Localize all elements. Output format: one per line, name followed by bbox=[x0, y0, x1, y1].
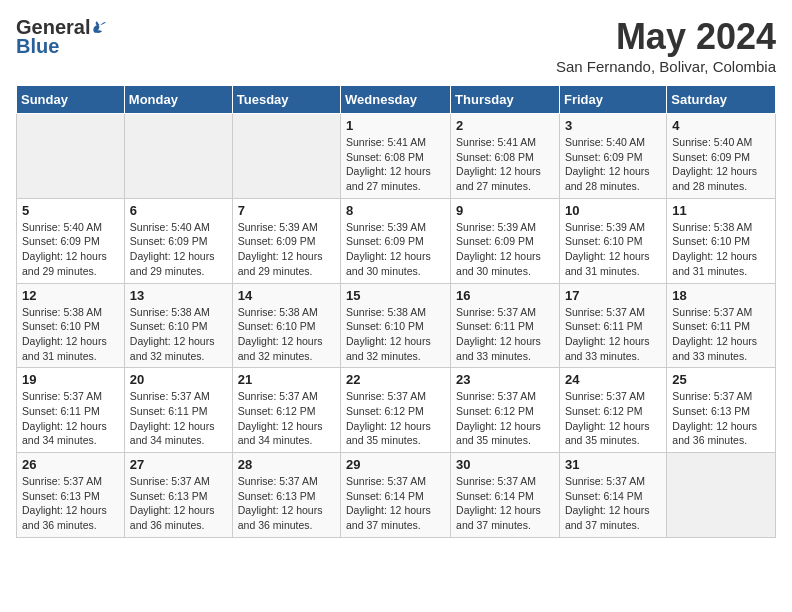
title-area: May 2024 San Fernando, Bolivar, Colombia bbox=[556, 16, 776, 75]
calendar-week-3: 12Sunrise: 5:38 AMSunset: 6:10 PMDayligh… bbox=[17, 283, 776, 368]
day-number: 3 bbox=[565, 118, 661, 133]
day-info: Sunrise: 5:37 AMSunset: 6:14 PMDaylight:… bbox=[456, 474, 554, 533]
calendar-week-2: 5Sunrise: 5:40 AMSunset: 6:09 PMDaylight… bbox=[17, 198, 776, 283]
day-info: Sunrise: 5:37 AMSunset: 6:11 PMDaylight:… bbox=[672, 305, 770, 364]
day-info: Sunrise: 5:37 AMSunset: 6:11 PMDaylight:… bbox=[456, 305, 554, 364]
day-info: Sunrise: 5:37 AMSunset: 6:12 PMDaylight:… bbox=[456, 389, 554, 448]
day-number: 8 bbox=[346, 203, 445, 218]
logo-bird-icon bbox=[92, 20, 108, 36]
day-info: Sunrise: 5:37 AMSunset: 6:12 PMDaylight:… bbox=[346, 389, 445, 448]
calendar-cell bbox=[17, 114, 125, 199]
calendar-cell: 25Sunrise: 5:37 AMSunset: 6:13 PMDayligh… bbox=[667, 368, 776, 453]
day-info: Sunrise: 5:37 AMSunset: 6:12 PMDaylight:… bbox=[238, 389, 335, 448]
calendar-header: SundayMondayTuesdayWednesdayThursdayFrid… bbox=[17, 86, 776, 114]
day-number: 18 bbox=[672, 288, 770, 303]
header-day-wednesday: Wednesday bbox=[341, 86, 451, 114]
calendar-cell: 1Sunrise: 5:41 AMSunset: 6:08 PMDaylight… bbox=[341, 114, 451, 199]
day-info: Sunrise: 5:40 AMSunset: 6:09 PMDaylight:… bbox=[672, 135, 770, 194]
day-info: Sunrise: 5:39 AMSunset: 6:10 PMDaylight:… bbox=[565, 220, 661, 279]
day-number: 25 bbox=[672, 372, 770, 387]
day-number: 24 bbox=[565, 372, 661, 387]
day-info: Sunrise: 5:38 AMSunset: 6:10 PMDaylight:… bbox=[672, 220, 770, 279]
calendar-cell: 17Sunrise: 5:37 AMSunset: 6:11 PMDayligh… bbox=[559, 283, 666, 368]
calendar-cell: 3Sunrise: 5:40 AMSunset: 6:09 PMDaylight… bbox=[559, 114, 666, 199]
header-day-friday: Friday bbox=[559, 86, 666, 114]
day-number: 5 bbox=[22, 203, 119, 218]
day-number: 22 bbox=[346, 372, 445, 387]
day-number: 20 bbox=[130, 372, 227, 387]
day-number: 1 bbox=[346, 118, 445, 133]
calendar-week-4: 19Sunrise: 5:37 AMSunset: 6:11 PMDayligh… bbox=[17, 368, 776, 453]
day-info: Sunrise: 5:38 AMSunset: 6:10 PMDaylight:… bbox=[346, 305, 445, 364]
calendar-cell: 30Sunrise: 5:37 AMSunset: 6:14 PMDayligh… bbox=[451, 453, 560, 538]
day-info: Sunrise: 5:37 AMSunset: 6:13 PMDaylight:… bbox=[238, 474, 335, 533]
day-info: Sunrise: 5:38 AMSunset: 6:10 PMDaylight:… bbox=[22, 305, 119, 364]
day-info: Sunrise: 5:37 AMSunset: 6:13 PMDaylight:… bbox=[672, 389, 770, 448]
calendar-cell: 20Sunrise: 5:37 AMSunset: 6:11 PMDayligh… bbox=[124, 368, 232, 453]
day-info: Sunrise: 5:37 AMSunset: 6:13 PMDaylight:… bbox=[130, 474, 227, 533]
day-number: 16 bbox=[456, 288, 554, 303]
day-info: Sunrise: 5:41 AMSunset: 6:08 PMDaylight:… bbox=[456, 135, 554, 194]
calendar-cell: 2Sunrise: 5:41 AMSunset: 6:08 PMDaylight… bbox=[451, 114, 560, 199]
calendar-cell: 21Sunrise: 5:37 AMSunset: 6:12 PMDayligh… bbox=[232, 368, 340, 453]
day-number: 13 bbox=[130, 288, 227, 303]
day-info: Sunrise: 5:40 AMSunset: 6:09 PMDaylight:… bbox=[22, 220, 119, 279]
day-info: Sunrise: 5:37 AMSunset: 6:14 PMDaylight:… bbox=[565, 474, 661, 533]
day-number: 7 bbox=[238, 203, 335, 218]
location-subtitle: San Fernando, Bolivar, Colombia bbox=[556, 58, 776, 75]
page-header: General Blue May 2024 San Fernando, Boli… bbox=[16, 16, 776, 75]
month-title: May 2024 bbox=[556, 16, 776, 58]
calendar-cell: 16Sunrise: 5:37 AMSunset: 6:11 PMDayligh… bbox=[451, 283, 560, 368]
calendar-week-1: 1Sunrise: 5:41 AMSunset: 6:08 PMDaylight… bbox=[17, 114, 776, 199]
calendar-cell: 12Sunrise: 5:38 AMSunset: 6:10 PMDayligh… bbox=[17, 283, 125, 368]
calendar-cell: 29Sunrise: 5:37 AMSunset: 6:14 PMDayligh… bbox=[341, 453, 451, 538]
header-row: SundayMondayTuesdayWednesdayThursdayFrid… bbox=[17, 86, 776, 114]
day-number: 17 bbox=[565, 288, 661, 303]
day-info: Sunrise: 5:37 AMSunset: 6:11 PMDaylight:… bbox=[130, 389, 227, 448]
day-number: 21 bbox=[238, 372, 335, 387]
calendar-cell: 19Sunrise: 5:37 AMSunset: 6:11 PMDayligh… bbox=[17, 368, 125, 453]
calendar-cell: 8Sunrise: 5:39 AMSunset: 6:09 PMDaylight… bbox=[341, 198, 451, 283]
day-info: Sunrise: 5:37 AMSunset: 6:11 PMDaylight:… bbox=[22, 389, 119, 448]
calendar-table: SundayMondayTuesdayWednesdayThursdayFrid… bbox=[16, 85, 776, 538]
day-info: Sunrise: 5:37 AMSunset: 6:11 PMDaylight:… bbox=[565, 305, 661, 364]
day-number: 27 bbox=[130, 457, 227, 472]
header-day-sunday: Sunday bbox=[17, 86, 125, 114]
calendar-cell: 7Sunrise: 5:39 AMSunset: 6:09 PMDaylight… bbox=[232, 198, 340, 283]
calendar-cell bbox=[124, 114, 232, 199]
header-day-saturday: Saturday bbox=[667, 86, 776, 114]
day-number: 11 bbox=[672, 203, 770, 218]
day-info: Sunrise: 5:39 AMSunset: 6:09 PMDaylight:… bbox=[238, 220, 335, 279]
day-number: 15 bbox=[346, 288, 445, 303]
day-number: 12 bbox=[22, 288, 119, 303]
day-info: Sunrise: 5:37 AMSunset: 6:14 PMDaylight:… bbox=[346, 474, 445, 533]
day-number: 26 bbox=[22, 457, 119, 472]
calendar-body: 1Sunrise: 5:41 AMSunset: 6:08 PMDaylight… bbox=[17, 114, 776, 538]
day-info: Sunrise: 5:39 AMSunset: 6:09 PMDaylight:… bbox=[456, 220, 554, 279]
calendar-cell: 24Sunrise: 5:37 AMSunset: 6:12 PMDayligh… bbox=[559, 368, 666, 453]
logo: General Blue bbox=[16, 16, 108, 58]
calendar-cell: 4Sunrise: 5:40 AMSunset: 6:09 PMDaylight… bbox=[667, 114, 776, 199]
calendar-cell: 23Sunrise: 5:37 AMSunset: 6:12 PMDayligh… bbox=[451, 368, 560, 453]
day-info: Sunrise: 5:40 AMSunset: 6:09 PMDaylight:… bbox=[130, 220, 227, 279]
logo-blue: Blue bbox=[16, 35, 59, 58]
day-number: 6 bbox=[130, 203, 227, 218]
day-info: Sunrise: 5:39 AMSunset: 6:09 PMDaylight:… bbox=[346, 220, 445, 279]
calendar-week-5: 26Sunrise: 5:37 AMSunset: 6:13 PMDayligh… bbox=[17, 453, 776, 538]
calendar-cell: 10Sunrise: 5:39 AMSunset: 6:10 PMDayligh… bbox=[559, 198, 666, 283]
day-info: Sunrise: 5:38 AMSunset: 6:10 PMDaylight:… bbox=[238, 305, 335, 364]
day-number: 30 bbox=[456, 457, 554, 472]
day-info: Sunrise: 5:38 AMSunset: 6:10 PMDaylight:… bbox=[130, 305, 227, 364]
header-day-tuesday: Tuesday bbox=[232, 86, 340, 114]
calendar-cell: 15Sunrise: 5:38 AMSunset: 6:10 PMDayligh… bbox=[341, 283, 451, 368]
calendar-cell: 31Sunrise: 5:37 AMSunset: 6:14 PMDayligh… bbox=[559, 453, 666, 538]
day-number: 4 bbox=[672, 118, 770, 133]
day-number: 9 bbox=[456, 203, 554, 218]
calendar-cell: 13Sunrise: 5:38 AMSunset: 6:10 PMDayligh… bbox=[124, 283, 232, 368]
calendar-cell: 18Sunrise: 5:37 AMSunset: 6:11 PMDayligh… bbox=[667, 283, 776, 368]
calendar-cell bbox=[667, 453, 776, 538]
calendar-cell: 11Sunrise: 5:38 AMSunset: 6:10 PMDayligh… bbox=[667, 198, 776, 283]
calendar-cell: 27Sunrise: 5:37 AMSunset: 6:13 PMDayligh… bbox=[124, 453, 232, 538]
calendar-cell: 6Sunrise: 5:40 AMSunset: 6:09 PMDaylight… bbox=[124, 198, 232, 283]
calendar-cell: 5Sunrise: 5:40 AMSunset: 6:09 PMDaylight… bbox=[17, 198, 125, 283]
